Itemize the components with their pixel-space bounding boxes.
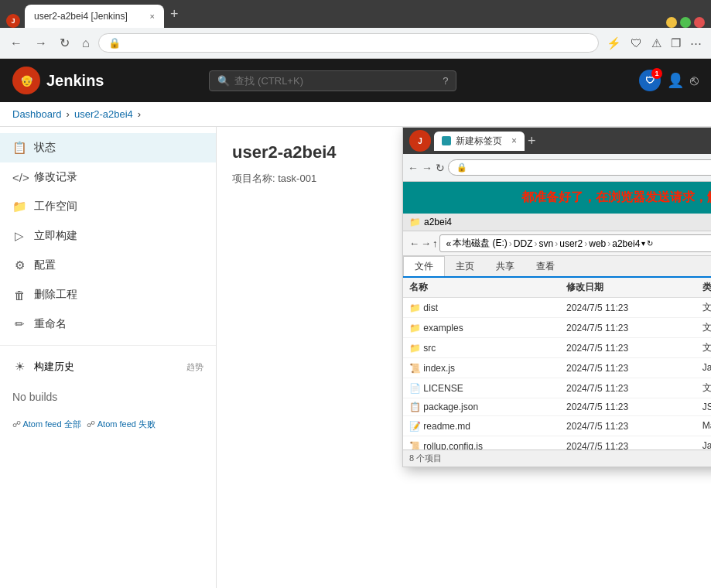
jenkins-logo: 👴 Jenkins bbox=[12, 67, 104, 94]
status-icon: 📋 bbox=[12, 141, 26, 155]
exp-path-bar: « 本地磁盘 (E:) › DDZ › svn › user2 › web › bbox=[439, 234, 712, 252]
new-tab-button[interactable]: + bbox=[166, 5, 183, 24]
sidebar-item-config[interactable]: ⚙ 配置 bbox=[0, 251, 216, 280]
file-name: 📁 examples bbox=[403, 318, 560, 338]
sidebar-item-status[interactable]: 📋 状态 bbox=[0, 133, 216, 162]
forward-button[interactable]: → bbox=[31, 35, 51, 52]
path-part-3: svn bbox=[539, 238, 554, 249]
sidebar-build-history[interactable]: ☀ 构建历史 趋势 bbox=[0, 352, 216, 381]
table-row[interactable]: 📜 rollup.config.js 2024/7/5 11:23 JavaSc… bbox=[403, 436, 711, 450]
active-tab[interactable]: user2-a2bei4 [Jenkins] × bbox=[25, 5, 164, 28]
path-dropdown-btn[interactable]: ▾ bbox=[641, 239, 645, 248]
rename-icon: ✏ bbox=[12, 317, 26, 331]
sidebar-changes-label: 修改记录 bbox=[34, 170, 77, 184]
exp-up-btn[interactable]: ↑ bbox=[432, 238, 438, 249]
window-close[interactable] bbox=[694, 17, 705, 28]
address-input[interactable]: localhost:9966/job/task-001/ bbox=[125, 37, 589, 49]
overlay-address-input[interactable]: http://192.168.15.172:9966/job/task-001/… bbox=[470, 163, 711, 173]
file-explorer: 📁 a2bei4 ← → ↑ « 本地磁盘 (E:) › bbox=[403, 214, 711, 467]
table-row[interactable]: 📄 LICENSE 2024/7/5 11:23 文件 2 KB bbox=[403, 378, 711, 398]
table-header-row: 名称 修改日期 类型 大小 bbox=[403, 278, 711, 298]
address-lock-icon: 🔒 bbox=[108, 37, 121, 49]
logo-icon: 👴 bbox=[20, 74, 33, 87]
table-row[interactable]: 📋 package.json 2024/7/5 11:23 JSON File … bbox=[403, 398, 711, 416]
overlay-tab[interactable]: 新建标签页 × bbox=[434, 132, 525, 151]
sidebar-build-history-section: ☀ 构建历史 趋势 No builds ☍ Atom feed 全部 ☍ Ato… bbox=[0, 345, 216, 436]
more-btn[interactable]: ⋯ bbox=[687, 35, 705, 52]
build-history-icon: ☀ bbox=[12, 360, 26, 374]
window-minimize[interactable] bbox=[666, 17, 677, 28]
atom-lost-link[interactable]: Atom feed 失败 bbox=[97, 419, 156, 429]
exp-forward-btn[interactable]: → bbox=[421, 238, 431, 249]
sidebar-item-build-now[interactable]: ▷ 立即构建 bbox=[0, 221, 216, 251]
ribbon-tab-share[interactable]: 共享 bbox=[485, 257, 525, 276]
table-row[interactable]: 📁 examples 2024/7/5 11:23 文件夹 bbox=[403, 318, 711, 338]
breadcrumb-sep2: › bbox=[138, 108, 141, 120]
window-maximize[interactable] bbox=[680, 17, 691, 28]
table-row[interactable]: 📁 dist 2024/7/5 11:23 文件夹 bbox=[403, 298, 711, 318]
page-content: 👴 Jenkins 🔍 ? 🛡 1 👤 ⎋ Dashboard › bbox=[0, 59, 711, 588]
extensions-btn[interactable]: ⚡ bbox=[603, 35, 624, 52]
warning-btn[interactable]: ⚠ bbox=[648, 35, 665, 52]
table-row[interactable]: 📁 src 2024/7/5 11:23 文件夹 bbox=[403, 338, 711, 358]
jenkins-search-bar[interactable]: 🔍 ? bbox=[209, 70, 456, 91]
user-icon[interactable]: 👤 bbox=[667, 72, 684, 89]
breadcrumb-home-link[interactable]: Dashboard bbox=[12, 108, 62, 120]
table-row[interactable]: 📝 readme.md 2024/7/5 11:23 Markdown 源文件 … bbox=[403, 416, 711, 436]
ribbon-tab-home[interactable]: 主页 bbox=[445, 257, 485, 276]
file-type: 文件夹 bbox=[696, 338, 711, 358]
browser-frame: J user2-a2bei4 [Jenkins] × + ← → ↻ ⌂ 🔒 l… bbox=[0, 0, 711, 588]
ribbon-tab-file[interactable]: 文件 bbox=[403, 256, 445, 276]
atom-full-link[interactable]: Atom feed 全部 bbox=[22, 419, 80, 429]
tab-favicon: J bbox=[6, 14, 20, 28]
workspace-icon: 📁 bbox=[12, 200, 26, 214]
file-type: Markdown 源文件 bbox=[696, 416, 711, 436]
sidebar-item-delete[interactable]: 🗑 删除工程 bbox=[0, 280, 216, 309]
logout-icon[interactable]: ⎋ bbox=[690, 73, 699, 89]
file-name: 📝 readme.md bbox=[403, 416, 560, 436]
jenkins-brand-title: Jenkins bbox=[46, 72, 104, 90]
col-date: 修改日期 bbox=[560, 278, 696, 298]
file-date: 2024/7/5 11:23 bbox=[560, 378, 696, 398]
path-part-2: DDZ bbox=[514, 238, 533, 249]
search-input[interactable] bbox=[234, 75, 438, 87]
overlay-banner-text: 都准备好了，在浏览器发送请求，触发第一次构建 bbox=[521, 190, 711, 203]
explorer-folder-icon: 📁 bbox=[409, 217, 421, 227]
home-button[interactable]: ⌂ bbox=[78, 35, 94, 52]
col-name: 名称 bbox=[403, 278, 560, 298]
path-refresh-btn[interactable]: ↻ bbox=[647, 239, 653, 248]
sidebar-item-changes[interactable]: </> 修改记录 bbox=[0, 162, 216, 192]
build-icon: ▷ bbox=[12, 229, 26, 243]
atom-icon1: ☍ bbox=[12, 419, 21, 429]
overlay-tab-close[interactable]: × bbox=[511, 135, 517, 146]
file-table-container: 名称 修改日期 类型 大小 📁 dist 2024/7/5 11:23 文件夹 bbox=[403, 278, 711, 450]
breadcrumb-job-link[interactable]: user2-a2bei4 bbox=[74, 108, 133, 120]
reload-button[interactable]: ↻ bbox=[56, 34, 73, 52]
security-badge[interactable]: 🛡 1 bbox=[639, 70, 661, 91]
tab-close-btn[interactable]: × bbox=[150, 12, 155, 21]
col-type: 类型 bbox=[696, 278, 711, 298]
ribbon-tab-view[interactable]: 查看 bbox=[525, 257, 566, 276]
overlay-reload-btn[interactable]: ↻ bbox=[436, 162, 445, 174]
path-sep-3: › bbox=[555, 238, 558, 249]
tab-bar: J user2-a2bei4 [Jenkins] × + bbox=[0, 0, 711, 28]
overlay-forward-btn[interactable]: → bbox=[422, 162, 432, 174]
file-type: 文件夹 bbox=[696, 318, 711, 338]
overlay-banner: 都准备好了，在浏览器发送请求，触发第一次构建 bbox=[403, 182, 711, 214]
overlay-back-btn[interactable]: ← bbox=[408, 162, 419, 174]
exp-back-btn[interactable]: ← bbox=[409, 238, 419, 249]
sidebar-trend-link[interactable]: 趋势 bbox=[186, 361, 203, 373]
sidebar-item-rename[interactable]: ✏ 重命名 bbox=[0, 309, 216, 339]
sidebar-item-workspace[interactable]: 📁 工作空间 bbox=[0, 192, 216, 221]
back-button[interactable]: ← bbox=[6, 35, 26, 52]
sidebar-rename-label: 重命名 bbox=[34, 317, 67, 331]
search-icon: 🔍 bbox=[217, 75, 230, 87]
exp-path-start: « bbox=[446, 238, 452, 249]
explorer-status-bar: 8 个项目 bbox=[403, 450, 711, 467]
overlay-new-tab-btn[interactable]: + bbox=[528, 133, 536, 149]
shield-btn[interactable]: 🛡 bbox=[627, 35, 645, 51]
table-row[interactable]: 📜 index.js 2024/7/5 11:23 JavaScript 文件 … bbox=[403, 358, 711, 378]
sidebar-btn[interactable]: ❐ bbox=[668, 35, 684, 52]
header-icons: 🛡 1 👤 ⎋ bbox=[639, 70, 699, 91]
path-sep-1: › bbox=[509, 238, 512, 249]
